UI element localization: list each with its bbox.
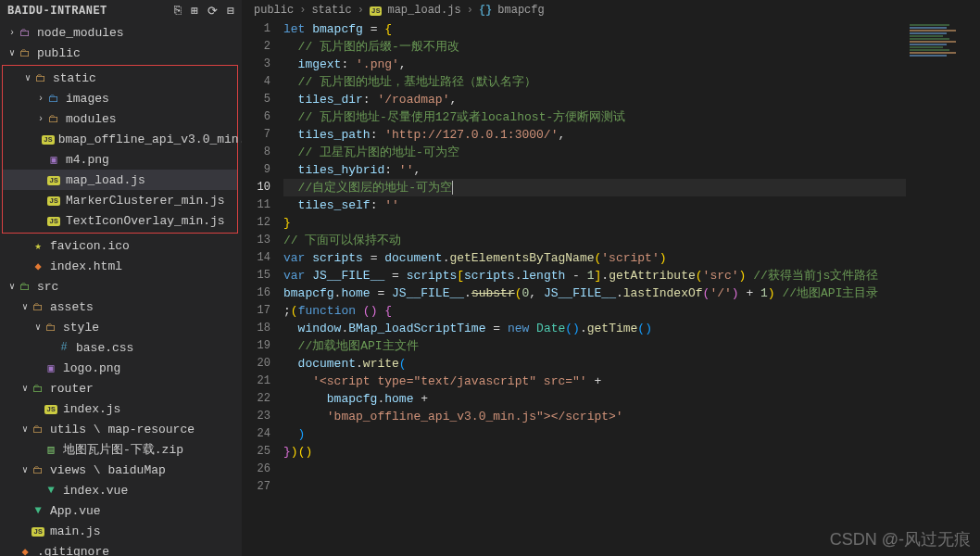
tree-item[interactable]: ·★favicon.ico (0, 235, 242, 256)
tree-label: 地图瓦片图-下载.zip (63, 441, 183, 458)
minimap[interactable] (906, 20, 980, 556)
tree-label: bmap_offline_api_v3.0_min.js (58, 133, 243, 146)
tree-item[interactable]: ·JSbmap_offline_api_v3.0_min.js (3, 129, 237, 149)
tree-label: .gitignore (37, 545, 109, 557)
tree-item[interactable]: ·◆index.html (0, 256, 242, 276)
tree-label: map_load.js (66, 173, 145, 187)
tree-item[interactable]: ·JSTextIconOverlay_min.js (3, 210, 237, 231)
chevron-icon[interactable]: ∨ (7, 281, 17, 292)
code-area[interactable]: let bmapcfg = { // 瓦片图的后缀-一般不用改 imgext: … (283, 20, 906, 556)
sidebar-toolbar: ⎘ ⊞ ⟳ ⊟ (174, 4, 234, 19)
chevron-icon[interactable]: ∨ (20, 383, 30, 394)
chevron-icon[interactable]: › (36, 114, 45, 124)
tree-item[interactable]: ·JSindex.js (0, 398, 242, 419)
tree-item[interactable]: ∨🗀public (0, 43, 242, 63)
chevron-right-icon: › (467, 4, 473, 17)
tree-item[interactable]: ·JSmap_load.js (3, 170, 237, 190)
tree-item[interactable]: ∨🗀utils \ map-resource (0, 419, 242, 439)
line-gutter: 1234567891011121314151617181920212223242… (243, 20, 283, 556)
tree-item[interactable]: ·JSmain.js (0, 521, 242, 541)
collapse-icon[interactable]: ⊟ (227, 4, 234, 19)
tree-label: router (50, 382, 94, 396)
tree-item[interactable]: ›🗀node_modules (0, 22, 242, 43)
explorer-sidebar: BAIDU-INTRANET ⎘ ⊞ ⟳ ⊟ ›🗀node_modules∨🗀p… (0, 0, 243, 556)
chevron-icon[interactable]: ∨ (20, 423, 30, 435)
tree-item[interactable]: ∨🗀assets (0, 297, 242, 317)
tree-item[interactable]: ·▼index.vue (0, 480, 242, 500)
tree-item[interactable]: ›🗀modules (3, 108, 237, 129)
tree-label: index.vue (63, 484, 128, 498)
tree-label: TextIconOverlay_min.js (66, 214, 225, 228)
tree-label: assets (50, 300, 94, 314)
tree-label: m4.png (66, 153, 109, 167)
tree-item[interactable]: ·▣m4.png (3, 149, 237, 170)
tree-item[interactable]: ·▼App.vue (0, 500, 242, 521)
tree-label: index.js (63, 402, 120, 416)
tree-label: main.js (50, 524, 101, 538)
tree-item[interactable]: ∨🗀static (3, 68, 237, 88)
tree-label: static (53, 71, 96, 85)
tree-item[interactable]: ∨🗀router (0, 378, 242, 398)
tree-label: public (37, 46, 81, 60)
tree-label: base.css (76, 341, 133, 355)
new-file-icon[interactable]: ⎘ (174, 4, 182, 19)
breadcrumb-item[interactable]: static (311, 4, 351, 17)
chevron-icon[interactable]: › (7, 28, 17, 38)
tree-label: node_modules (37, 26, 124, 40)
chevron-icon[interactable]: ∨ (7, 47, 17, 58)
tree-label: logo.png (63, 361, 120, 375)
tree-label: modules (66, 112, 117, 126)
chevron-icon[interactable]: ∨ (23, 72, 32, 83)
tree-item[interactable]: ·▤地图瓦片图-下载.zip (0, 439, 242, 460)
tree-label: src (37, 280, 58, 294)
breadcrumb-item[interactable]: public (254, 4, 294, 17)
new-folder-icon[interactable]: ⊞ (191, 4, 198, 19)
js-icon: JS (370, 6, 383, 16)
tree-label: MarkerClusterer_min.js (66, 194, 225, 208)
tree-label: style (63, 321, 99, 335)
code-editor[interactable]: 1234567891011121314151617181920212223242… (243, 20, 980, 556)
tree-item[interactable]: ∨🗀style (0, 317, 242, 337)
tree-label: favicon.ico (50, 239, 130, 253)
tree-item[interactable]: ·◆.gitignore (0, 541, 242, 556)
breadcrumb-item[interactable]: map_load.js (387, 4, 460, 17)
chevron-right-icon: › (299, 4, 306, 17)
chevron-icon[interactable]: ∨ (33, 322, 43, 333)
tree-item[interactable]: ›🗀images (3, 88, 237, 108)
tree-item[interactable]: ·▣logo.png (0, 358, 242, 378)
chevron-right-icon: › (358, 4, 364, 17)
tree-item[interactable]: ·#base.css (0, 337, 242, 358)
breadcrumb-item[interactable]: bmapcfg (497, 4, 544, 17)
tree-label: views \ baiduMap (50, 463, 166, 477)
object-icon: {} (479, 4, 492, 17)
file-tree: ›🗀node_modules∨🗀public∨🗀static›🗀images›🗀… (0, 22, 242, 556)
tree-label: index.html (50, 259, 122, 273)
tree-item[interactable]: ∨🗀views \ baiduMap (0, 460, 242, 480)
tree-label: images (66, 92, 109, 106)
chevron-icon[interactable]: ∨ (20, 301, 30, 312)
tree-item[interactable]: ·JSMarkerClusterer_min.js (3, 190, 237, 210)
breadcrumb[interactable]: public›static›JS map_load.js›{} bmapcfg (243, 0, 980, 20)
tree-label: utils \ map-resource (50, 423, 195, 436)
tree-label: App.vue (50, 504, 101, 518)
project-title: BAIDU-INTRANET (7, 5, 107, 18)
tree-item[interactable]: ∨🗀src (0, 276, 242, 297)
refresh-icon[interactable]: ⟳ (207, 4, 218, 19)
chevron-icon[interactable]: ∨ (20, 464, 30, 475)
chevron-icon[interactable]: › (36, 94, 45, 104)
